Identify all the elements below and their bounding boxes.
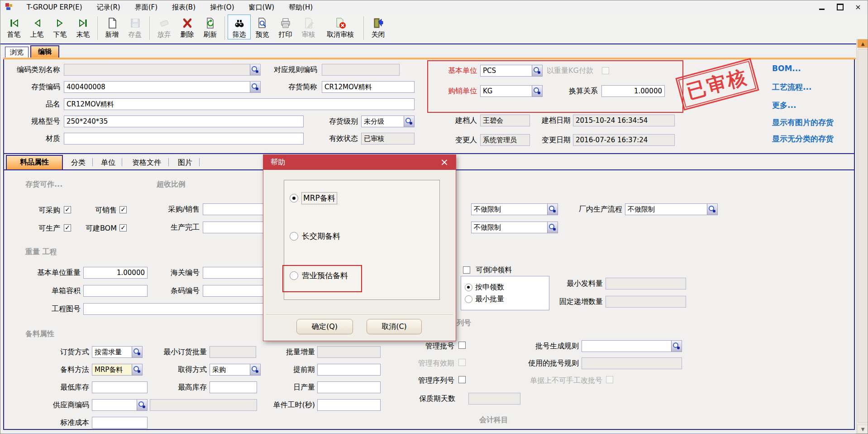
trade-unit-field[interactable]: KG xyxy=(480,85,543,97)
item-code-field[interactable]: 400400008 xyxy=(64,81,261,93)
scroll-up-icon[interactable]: ▲ xyxy=(857,39,868,48)
minimize-button[interactable] xyxy=(817,2,827,11)
link-show-unclassified[interactable]: 显示无分类的存货 xyxy=(772,134,834,144)
lookup-icon[interactable] xyxy=(547,222,558,233)
dialog-cancel-button[interactable]: 取消(C) xyxy=(367,319,422,334)
lookup-icon[interactable] xyxy=(532,65,542,76)
subtab-category[interactable]: 分类 xyxy=(67,157,89,168)
order-method-field[interactable]: 按需求量 xyxy=(92,346,143,358)
toolbar-next-button[interactable]: 下笔 xyxy=(48,14,72,39)
scrollbar-thumb[interactable] xyxy=(858,49,868,423)
menu-item-record[interactable]: 记录(R) xyxy=(90,0,128,14)
spec-field[interactable]: 250*240*35 xyxy=(64,116,304,127)
issue-min-batch-option[interactable]: 最小批量 xyxy=(465,294,549,304)
box-volume-field[interactable] xyxy=(83,285,148,297)
issue-by-request-option[interactable]: 按申领数 xyxy=(465,283,549,292)
toolbar-delete-button[interactable]: 删除 xyxy=(176,14,199,39)
toolbar-print-button[interactable]: 打印 xyxy=(274,14,297,39)
toolbar-preview-button[interactable]: 预览 xyxy=(251,14,274,39)
item-abbr-field[interactable]: CR12MOV精料 xyxy=(322,81,415,93)
lookup-icon[interactable] xyxy=(532,86,542,96)
lead-time-field[interactable] xyxy=(317,364,381,376)
toolbar-first-button[interactable]: 首笔 xyxy=(2,14,25,39)
manage-validity-label: 管理有效期 xyxy=(412,357,454,369)
no-manual-batch-label: 单据上不可手工改批号 xyxy=(521,375,602,386)
supplier-code-field[interactable] xyxy=(92,399,148,411)
lead-time-label: 提前期 xyxy=(269,364,315,376)
lookup-icon[interactable] xyxy=(404,116,414,127)
lookup-icon[interactable] xyxy=(137,400,147,410)
toolbar-prev-button[interactable]: 上笔 xyxy=(25,14,48,39)
daily-output-field[interactable] xyxy=(317,381,381,393)
producible-checkbox[interactable] xyxy=(64,224,71,231)
option-long-lead-prep[interactable]: 长交期备料 xyxy=(290,231,340,241)
menu-item-window[interactable]: 窗口(W) xyxy=(242,0,282,14)
lookup-icon[interactable] xyxy=(671,341,682,352)
account-section-header: 会计科目 xyxy=(479,415,508,425)
restore-button[interactable] xyxy=(835,2,845,11)
link-show-with-image[interactable]: 显示有图片的存货 xyxy=(772,117,834,128)
unit-hours-field[interactable] xyxy=(317,399,381,411)
dialog-ok-button[interactable]: 确定(Q) xyxy=(296,319,353,334)
acquire-method-field[interactable]: 采购 xyxy=(210,364,261,376)
purchasable-checkbox[interactable] xyxy=(64,206,71,213)
lookup-icon[interactable] xyxy=(132,364,142,375)
scroll-down-icon[interactable]: ▼ xyxy=(857,424,868,434)
backflush-checkbox[interactable] xyxy=(463,266,470,274)
lookup-icon[interactable] xyxy=(547,204,558,215)
unit-weight-field[interactable]: 1.00000 xyxy=(83,267,148,279)
close-button[interactable]: × xyxy=(853,2,863,11)
limit-field-2[interactable]: 不做限制 xyxy=(471,222,558,233)
sellable-checkbox[interactable] xyxy=(119,206,127,213)
tab-browse[interactable]: 浏览 xyxy=(5,47,29,58)
std-cost-field[interactable] xyxy=(92,417,148,429)
subtab-unit[interactable]: 单位 xyxy=(97,157,119,168)
level-field[interactable]: 未分级 xyxy=(361,116,415,127)
lookup-icon[interactable] xyxy=(250,82,260,92)
subtab-qualification[interactable]: 资格文件 xyxy=(128,157,165,168)
lookup-icon[interactable] xyxy=(132,347,142,357)
radio-icon xyxy=(290,194,298,203)
toolbar-filter-button[interactable]: 筛选 xyxy=(228,14,251,39)
lookup-icon[interactable] xyxy=(250,64,260,75)
subtab-image[interactable]: 图片 xyxy=(174,157,196,168)
toolbar-refresh-button[interactable]: 刷新 xyxy=(199,14,222,39)
toolbar-close-button[interactable]: 关闭 xyxy=(367,14,390,39)
link-bom[interactable]: BOM... xyxy=(772,64,801,73)
prep-method-field[interactable]: MRP备料 xyxy=(92,364,143,376)
lookup-icon[interactable] xyxy=(250,364,260,375)
code-category-field[interactable] xyxy=(64,64,261,76)
link-process-flow[interactable]: 工艺流程... xyxy=(772,82,811,92)
vertical-scrollbar[interactable]: ▲ ▼ xyxy=(856,39,868,434)
toolbar-new-button[interactable]: 新增 xyxy=(100,14,124,39)
help-dialog: 帮助 × MRP备料 长交期备料 营业预估备料 确定(Q) 取消(C) xyxy=(263,154,456,341)
tab-edit[interactable]: 编辑 xyxy=(30,45,59,58)
base-unit-field[interactable]: PCS xyxy=(480,65,543,77)
menu-item-help[interactable]: 帮助(H) xyxy=(281,0,320,14)
subtab-item-properties[interactable]: 料品属性 xyxy=(6,155,63,170)
dialog-close-icon[interactable]: × xyxy=(439,156,450,168)
menu-item-file[interactable]: T-GROUP ERP(E) xyxy=(19,0,90,14)
manage-serial-checkbox[interactable] xyxy=(458,376,466,383)
factory-flow-field[interactable]: 不做限制 xyxy=(625,203,718,215)
lookup-icon[interactable] xyxy=(707,204,717,215)
conversion-field[interactable]: 1.00000 xyxy=(601,85,665,97)
batch-rule-field[interactable] xyxy=(582,340,682,352)
manage-batch-checkbox[interactable] xyxy=(458,342,466,349)
menu-item-operation[interactable]: 操作(O) xyxy=(203,0,242,14)
help-dialog-titlebar[interactable]: 帮助 × xyxy=(263,155,456,170)
item-name-field[interactable]: CR12MOV精料 xyxy=(64,98,415,110)
min-stock-field[interactable] xyxy=(92,381,148,393)
material-field[interactable] xyxy=(64,133,304,145)
menu-item-interface[interactable]: 界面(F) xyxy=(128,0,165,14)
max-stock-field[interactable] xyxy=(210,381,257,393)
option-mrp-prep[interactable]: MRP备料 xyxy=(290,193,337,204)
limit-field-1[interactable]: 不做限制 xyxy=(471,203,558,215)
menu-item-report[interactable]: 报表(B) xyxy=(165,0,203,14)
pay-by-weight-label: 以重量KG付款 xyxy=(547,65,600,77)
link-more[interactable]: 更多... xyxy=(772,100,796,111)
toolbar-last-button[interactable]: 末笔 xyxy=(72,14,95,39)
bom-allowed-checkbox[interactable] xyxy=(119,224,127,231)
min-issue-field xyxy=(606,278,686,289)
toolbar-cancel-audit-button[interactable]: 取消审核 xyxy=(320,14,361,39)
